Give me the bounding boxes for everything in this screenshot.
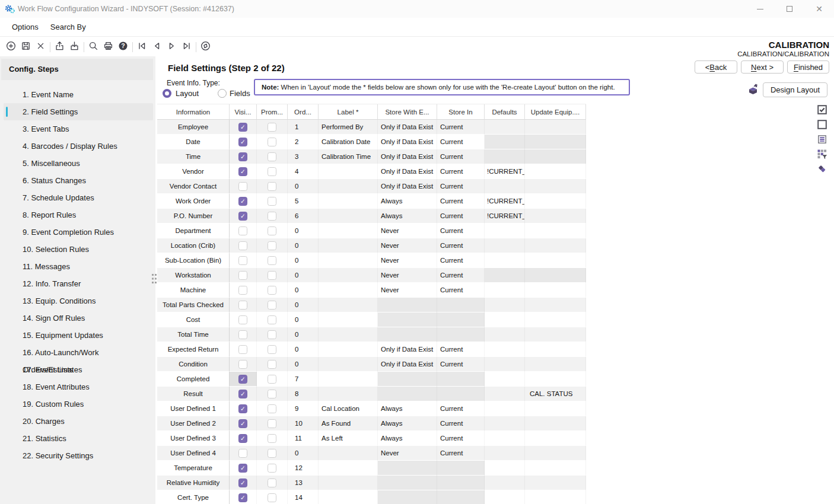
- visible-checkbox[interactable]: ✓: [238, 390, 247, 398]
- column-header-order[interactable]: Ord...: [288, 104, 319, 119]
- visible-checkbox[interactable]: [238, 301, 247, 310]
- prompt-checkbox[interactable]: [268, 138, 276, 146]
- visible-checkbox[interactable]: ✓: [238, 375, 247, 384]
- cell-label[interactable]: [319, 194, 378, 209]
- cell-store_with[interactable]: [378, 327, 437, 342]
- cell-update_equip[interactable]: [525, 327, 586, 342]
- cell-store_with[interactable]: Only if Data Exist: [378, 357, 437, 372]
- cell-defaults[interactable]: [485, 372, 525, 387]
- cell-store_in[interactable]: [437, 327, 485, 342]
- cell-update_equip[interactable]: [525, 401, 586, 416]
- sidebar-item-18-event-attributes[interactable]: 18. Event Attributes: [0, 378, 155, 395]
- prompt-checkbox[interactable]: [268, 375, 276, 384]
- cell-store_with[interactable]: Never: [378, 283, 437, 298]
- cell-defaults[interactable]: !CURRENT_P: [485, 209, 525, 224]
- layout-radio-label[interactable]: Layout: [176, 89, 199, 98]
- visible-checkbox[interactable]: [238, 286, 247, 295]
- cell-defaults[interactable]: [485, 401, 525, 416]
- fields-radio-label[interactable]: Fields: [230, 89, 250, 98]
- cell-update_equip[interactable]: [525, 298, 586, 312]
- visible-checkbox[interactable]: [238, 315, 247, 324]
- cell-defaults[interactable]: [485, 476, 525, 490]
- cell-label[interactable]: [319, 342, 378, 357]
- cell-defaults[interactable]: [485, 298, 525, 312]
- cell-label[interactable]: [319, 283, 378, 298]
- cell-defaults[interactable]: [485, 446, 525, 461]
- cell-defaults[interactable]: !CURRENT_V: [485, 164, 525, 179]
- cell-update_equip[interactable]: [525, 268, 586, 283]
- cell-defaults[interactable]: [485, 149, 525, 164]
- cell-defaults[interactable]: [485, 224, 525, 238]
- cell-order[interactable]: 0: [288, 268, 319, 283]
- cell-order[interactable]: 3: [288, 149, 319, 164]
- cell-store_in[interactable]: Current: [437, 194, 485, 209]
- cell-defaults[interactable]: [485, 268, 525, 283]
- cell-update_equip[interactable]: [525, 135, 586, 149]
- cell-order[interactable]: 12: [288, 461, 319, 476]
- nav-prev-button[interactable]: [149, 40, 164, 55]
- cell-store_in[interactable]: Current: [437, 342, 485, 357]
- cell-update_equip[interactable]: [525, 342, 586, 357]
- visible-checkbox[interactable]: ✓: [238, 419, 247, 428]
- sidebar-item-5-miscellaneous[interactable]: 5. Miscellaneous: [0, 155, 155, 172]
- cell-order[interactable]: 2: [288, 135, 319, 149]
- cell-defaults[interactable]: [485, 357, 525, 372]
- sidebar-item-14-sign-off-rules[interactable]: 14. Sign Off Rules: [0, 310, 155, 327]
- cell-label[interactable]: [319, 357, 378, 372]
- prompt-checkbox[interactable]: [268, 227, 276, 235]
- compass-button[interactable]: [198, 40, 213, 55]
- sidebar-item-13-equip-conditions[interactable]: 13. Equip. Conditions: [0, 292, 155, 310]
- cell-order[interactable]: 6: [288, 209, 319, 224]
- cell-store_with[interactable]: Never: [378, 268, 437, 283]
- import-button[interactable]: [67, 40, 82, 55]
- prompt-checkbox[interactable]: [268, 212, 276, 221]
- column-header-store_with[interactable]: Store With E...: [378, 104, 437, 119]
- cell-update_equip[interactable]: [525, 357, 586, 372]
- visible-checkbox[interactable]: ✓: [238, 152, 247, 161]
- prompt-checkbox[interactable]: [268, 315, 276, 324]
- cell-defaults[interactable]: [485, 490, 525, 504]
- sidebar-item-7-schedule-updates[interactable]: 7. Schedule Updates: [0, 189, 155, 206]
- cell-update_equip[interactable]: [525, 431, 586, 446]
- cell-label[interactable]: [319, 461, 378, 476]
- cell-label[interactable]: [319, 268, 378, 283]
- visible-checkbox[interactable]: [238, 360, 247, 369]
- cell-store_in[interactable]: Current: [437, 149, 485, 164]
- cell-defaults[interactable]: [485, 179, 525, 194]
- sidebar-item-22-security-settings[interactable]: 22. Security Settings: [0, 447, 155, 464]
- cell-update_equip[interactable]: [525, 476, 586, 490]
- cell-store_with[interactable]: Only if Data Exist: [378, 342, 437, 357]
- cell-update_equip[interactable]: [525, 312, 586, 327]
- visible-checkbox[interactable]: ✓: [238, 434, 247, 443]
- cell-store_in[interactable]: Current: [437, 224, 485, 238]
- column-header-visible[interactable]: Visi...: [230, 104, 257, 119]
- visible-checkbox[interactable]: [238, 271, 247, 280]
- prompt-checkbox[interactable]: [268, 464, 276, 473]
- visible-checkbox[interactable]: ✓: [238, 493, 247, 502]
- recreate-layout-icon[interactable]: [747, 83, 759, 95]
- cell-label[interactable]: [319, 298, 378, 312]
- cell-store_with[interactable]: Always: [378, 209, 437, 224]
- cell-label[interactable]: [319, 253, 378, 268]
- cell-label[interactable]: [319, 238, 378, 253]
- prompt-checkbox[interactable]: [268, 301, 276, 310]
- cell-order[interactable]: 8: [288, 387, 319, 401]
- cell-store_in[interactable]: [437, 387, 485, 401]
- cell-update_equip[interactable]: [525, 194, 586, 209]
- visible-checkbox[interactable]: ✓: [238, 123, 247, 132]
- prompt-checkbox[interactable]: [268, 330, 276, 339]
- cell-order[interactable]: 9: [288, 401, 319, 416]
- cell-store_in[interactable]: Current: [437, 238, 485, 253]
- cell-update_equip[interactable]: [525, 416, 586, 431]
- visible-checkbox[interactable]: [238, 227, 247, 235]
- cell-update_equip[interactable]: [525, 461, 586, 476]
- sidebar-item-16-auto-launch-work-orders-estimates[interactable]: 16. Auto-Launch/Work Orders/Estimates: [0, 344, 155, 361]
- sidebar-item-12-info-transfer[interactable]: 12. Info. Transfer: [0, 275, 155, 292]
- cell-store_in[interactable]: Current: [437, 179, 485, 194]
- sidebar-item-9-event-completion-rules[interactable]: 9. Event Completion Rules: [0, 224, 155, 241]
- next-button[interactable]: Next >: [741, 60, 784, 74]
- cell-update_equip[interactable]: [525, 446, 586, 461]
- visible-checkbox[interactable]: [238, 330, 247, 339]
- cell-update_equip[interactable]: [525, 149, 586, 164]
- sidebar-item-15-equipment-updates[interactable]: 15. Equipment Updates: [0, 327, 155, 344]
